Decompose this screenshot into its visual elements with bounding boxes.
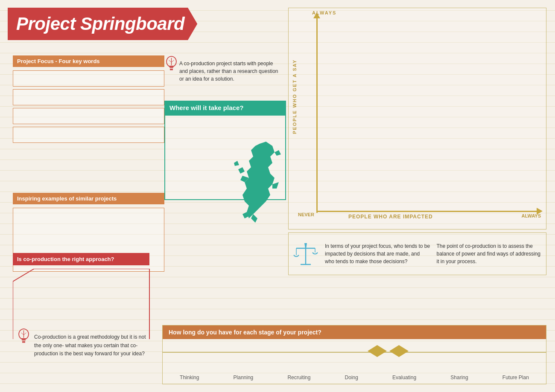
page: Project Springboard Project Focus - Four… [0,0,555,392]
project-focus-label: Project Focus - Four key words [13,55,164,67]
timeline-labels: Thinking Planning Recruiting Doing Evalu… [163,375,546,380]
x-axis-label: PEOPLE WHO ARE IMPACTED [348,214,433,220]
svg-marker-21 [304,243,307,248]
chart-area: ALWAYS PEOPLE WHO GET A SAY NEVER PEOPLE… [288,8,546,229]
map-header: Where will it take place? [164,101,286,115]
coprod-label: Is co-production the right approach? [13,253,149,265]
x-axis [316,211,538,212]
keyword-input-1[interactable] [13,70,164,87]
x-axis-never-label: NEVER [298,212,314,217]
timeline-label-evaluating: Evaluating [392,375,416,380]
keyword-input-3[interactable] [13,108,164,124]
svg-line-14 [24,333,26,335]
timeline-diamonds [368,345,409,357]
chart-desc-text2: The point of co-production is to assess … [437,242,542,265]
timeline-header: How long do you have for each stage of y… [163,325,546,339]
timeline-section: How long do you have for each stage of y… [162,325,546,384]
svg-line-6 [172,60,174,62]
timeline-area: Thinking Planning Recruiting Doing Evalu… [163,339,546,384]
coprod-pentagon [13,269,164,339]
scotland-map-icon [225,139,294,233]
timeline-label-thinking: Thinking [180,375,199,380]
keyword-input-4[interactable] [13,127,164,143]
timeline-label-recruiting: Recruiting [287,375,310,380]
timeline-label-futureplan: Future Plan [502,375,529,380]
diamond-2 [389,345,409,357]
lightbulb-bottom-icon [16,327,31,345]
scales-icon [293,239,318,269]
svg-line-5 [169,60,171,62]
timeline-track [163,352,546,353]
lightbulb-icon [164,55,179,72]
timeline-label-doing: Doing [345,375,358,380]
coprod-description: Co-production is a great methodology but… [34,333,154,358]
chart-desc-text1: In terms of your project focus, who tend… [325,242,430,265]
page-title: Project Springboard [16,14,184,34]
timeline-label-planning: Planning [234,375,254,380]
y-axis-always-label: ALWAYS [312,10,336,15]
project-focus-section: Project Focus - Four key words [13,55,164,145]
keyword-input-2[interactable] [13,89,164,105]
inspiring-label: Inspiring examples of similar projects [13,193,164,204]
map-section: Where will it take place? [164,101,286,200]
y-axis [316,17,318,213]
svg-line-13 [21,333,23,335]
header-banner: Project Springboard [8,8,197,40]
diamond-1 [368,345,387,357]
chart-description-area: In terms of your project focus, who tend… [288,232,546,275]
map-box [164,115,286,200]
y-axis-label: PEOPLE WHO GET A SAY [292,59,297,134]
x-axis-always-label: ALWAYS [522,213,541,218]
description-text: A co-production project starts with peop… [179,60,282,83]
timeline-label-sharing: Sharing [450,375,468,380]
